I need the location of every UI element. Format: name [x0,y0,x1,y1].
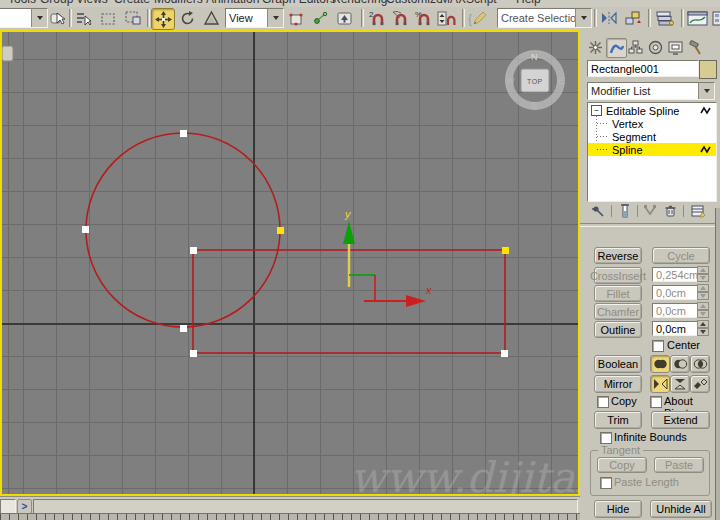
compass-north[interactable]: N [531,52,538,62]
hide-button[interactable]: Hide [594,500,642,518]
infinite-bounds-checkbox[interactable] [600,432,612,444]
stack-row-vertex[interactable]: Vertex [588,117,716,130]
copy-checkbox[interactable] [597,396,609,408]
configure-modifier-sets-button[interactable] [688,203,708,219]
show-end-result-button[interactable] [615,203,635,219]
menu-modifiers[interactable]: Modifiers [154,0,203,6]
cross-insert-spinner[interactable] [697,266,709,282]
menu-customize[interactable]: Customize [386,0,443,6]
reference-coordinate-system-dropdown[interactable]: View [225,8,284,28]
tab-motion[interactable] [646,38,665,56]
menu-animation[interactable]: Animation [206,0,259,6]
keyboard-shortcut-override-button[interactable] [334,8,355,28]
object-name-field[interactable]: Rectangle001 [587,60,699,77]
select-and-scale-button[interactable] [200,8,222,28]
menu-maxscript[interactable]: MAXScript [440,0,497,6]
menu-rendering[interactable]: Rendering [332,0,387,6]
tab-hierarchy[interactable] [626,38,645,56]
dropdown-arrow-icon[interactable] [698,83,714,99]
dropdown-arrow-icon[interactable] [575,9,591,27]
tab-create[interactable] [586,38,605,56]
boolean-union-button[interactable] [650,355,670,373]
select-by-name-button[interactable] [72,8,94,28]
viewport-top[interactable]: www.dijitaldev y [0,30,580,496]
vertex-rect-bottomleft[interactable] [190,350,197,357]
menu-help[interactable]: Help [516,0,541,6]
compass-south[interactable]: S [531,100,537,110]
listener-prompt-button[interactable]: > [17,499,32,514]
align-button[interactable] [621,8,644,28]
select-object-button[interactable] [47,8,67,28]
modifier-list-dropdown[interactable]: Modifier List [587,82,715,100]
rectangular-selection-region-button[interactable] [97,8,119,28]
window-crossing-button[interactable] [122,8,144,28]
compass-east[interactable]: E [558,76,564,86]
gizmo-x-arrowhead[interactable] [406,295,426,307]
center-checkbox[interactable] [652,340,664,352]
mirror-vertical-button[interactable] [670,375,690,393]
percent-snap-toggle-button[interactable]: % [412,8,434,28]
extend-button[interactable]: Extend [651,411,710,429]
boolean-intersect-button[interactable] [690,355,710,373]
dropdown-arrow-icon[interactable] [267,9,283,27]
viewport-corner-widget[interactable] [2,46,13,61]
mirror-panel-button[interactable]: Mirror [594,375,642,393]
about-pivot-checkbox[interactable] [650,396,662,408]
vertex-rect-topleft[interactable] [190,247,197,254]
tangent-paste-button[interactable]: Paste [654,457,704,473]
layer-manager-button[interactable] [653,8,677,28]
menu-create[interactable]: Create [114,0,150,6]
menu-group[interactable]: Group [40,0,73,6]
vertex-rect-bottomright[interactable] [501,350,508,357]
curve-editor-button[interactable] [685,8,711,28]
compass-west[interactable]: W [506,76,515,86]
spinner-snap-toggle-button[interactable] [435,8,459,28]
mirror-both-button[interactable] [690,375,710,393]
mirror-horizontal-button[interactable] [650,375,670,393]
circle-spline[interactable] [86,133,280,327]
tab-display[interactable] [666,38,685,56]
viewcube[interactable]: N E S W TOP [506,51,565,111]
tangent-copy-button[interactable]: Copy [597,457,647,473]
listener-input[interactable] [33,499,578,514]
collapse-box-icon[interactable]: − [591,105,602,116]
pin-stack-button[interactable] [588,203,608,219]
select-and-manipulate-button[interactable] [310,8,331,28]
cycle-button[interactable]: Cycle [652,247,710,264]
chamfer-button[interactable]: Chamfer [594,303,642,320]
first-vertex-rect[interactable] [502,247,509,254]
outline-value-field[interactable]: 0,0cm [652,321,700,336]
named-selection-set-dropdown[interactable]: Create Selection Se [497,8,592,28]
schematic-view-button[interactable] [712,8,720,28]
dropdown-arrow-icon[interactable] [31,9,47,27]
menu-views[interactable]: Views [76,0,108,6]
listener-pane[interactable] [0,499,16,514]
panel-scrollbar[interactable] [715,208,720,520]
paste-length-checkbox[interactable] [600,477,612,489]
boolean-subtract-button[interactable] [670,355,690,373]
remove-modifier-button[interactable] [660,203,680,219]
tab-utilities[interactable] [686,38,705,56]
vertex-circle-left[interactable] [82,226,89,233]
unhide-all-button[interactable]: Unhide All [650,500,712,518]
reverse-button[interactable]: Reverse [594,247,642,264]
make-unique-button[interactable] [640,203,660,219]
fillet-button[interactable]: Fillet [594,285,642,302]
move-gizmo[interactable]: y x [343,208,432,307]
toolbar-left-dropdown[interactable] [0,8,48,28]
stack-row-segment[interactable]: Segment [588,130,716,143]
mirror-button[interactable] [598,8,620,28]
gizmo-y-arrowhead[interactable] [343,221,355,244]
outline-button[interactable]: Outline [594,321,642,338]
viewport-canvas[interactable]: www.dijitaldev y [2,32,578,494]
fillet-value-field[interactable]: 0,0cm [652,285,700,300]
stack-row-spline-active[interactable]: Spline [588,143,716,156]
vertex-circle-top[interactable] [180,130,187,137]
track-bar[interactable] [0,513,580,520]
trim-button[interactable]: Trim [594,411,642,429]
vertex-circle-bottom[interactable] [180,325,187,332]
wirecolor-swatch[interactable] [699,60,717,79]
edit-named-selection-sets-button[interactable]: { [466,8,491,28]
snaps-toggle-button[interactable]: 2 [366,8,388,28]
tab-modify[interactable] [606,38,627,58]
